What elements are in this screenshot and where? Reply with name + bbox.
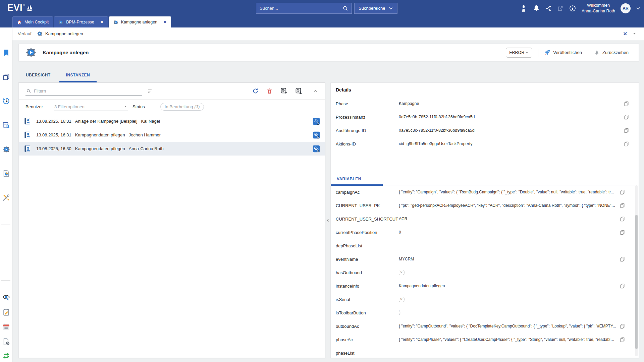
variable-row: eventName MYCRM <box>331 252 639 266</box>
delete-icon[interactable] <box>266 88 273 94</box>
external-link-icon[interactable] <box>557 5 564 12</box>
share-icon[interactable] <box>545 5 552 12</box>
assign-task-icon[interactable] <box>312 117 320 125</box>
instance-user: Kai Nagel <box>141 119 160 124</box>
top-bar: EVI ® Suchbereiche Willkommen Anna-Carin… <box>0 0 644 16</box>
copy-icon[interactable] <box>620 203 625 208</box>
bell-icon[interactable] <box>533 5 540 12</box>
instance-actions <box>252 87 318 95</box>
publish-button[interactable]: Veröffentlichen <box>544 49 582 56</box>
instance-row-selected[interactable]: 13.08.2025, 16:30 Kampagnendaten pflegen… <box>19 142 325 156</box>
report-pie-icon[interactable] <box>2 170 10 177</box>
status-value: ERROR <box>509 50 524 55</box>
variable-row: hasOutbound ✕ <box>331 266 639 279</box>
home-icon <box>17 20 22 25</box>
tab-close-icon[interactable]: ✕ <box>163 20 167 24</box>
copy-icon[interactable] <box>624 101 629 107</box>
calendar-icon[interactable] <box>2 323 10 331</box>
refresh-icon[interactable] <box>252 88 259 94</box>
info-icon[interactable] <box>569 5 576 12</box>
process-gear-play-icon[interactable] <box>2 145 10 153</box>
copy-icon[interactable] <box>620 283 625 289</box>
select-caret-icon <box>123 105 127 109</box>
copy-icon[interactable] <box>624 128 629 133</box>
search-icon[interactable] <box>342 5 348 11</box>
lighthouse-icon[interactable] <box>520 5 527 12</box>
clipboard-edit-icon[interactable] <box>2 308 10 316</box>
clear-history-icon[interactable]: ✕ <box>623 31 627 36</box>
process-header: Kampagne anlegen ERROR Veröffentlichen Z… <box>18 44 639 61</box>
variables-tab-strip: VARIABLEN <box>331 173 639 185</box>
watch-eye-star-icon[interactable] <box>2 294 10 301</box>
sync-icon[interactable] <box>2 352 10 360</box>
copy-icon[interactable] <box>620 256 625 262</box>
collapse-details-handle[interactable] <box>325 82 330 358</box>
user-menu-chevron-icon[interactable] <box>636 6 641 11</box>
history-icon[interactable] <box>2 97 10 105</box>
copy-icon[interactable] <box>620 189 625 195</box>
copy-icon[interactable] <box>624 141 629 147</box>
toggle-off[interactable]: ✕ <box>399 270 399 275</box>
filter-options-select[interactable]: 3 Filteroptionen <box>54 103 128 111</box>
instance-row[interactable]: 13.08.2025, 16:31 Kampagnendaten pflegen… <box>19 128 325 142</box>
documents-icon[interactable] <box>2 73 10 81</box>
tools-icon[interactable] <box>2 194 10 201</box>
copy-icon[interactable] <box>620 337 625 343</box>
variable-row: isSerial ✕ <box>331 293 639 306</box>
instance-row[interactable]: 13.08.2025, 16:31 Anlage der Kampagne [B… <box>19 114 325 128</box>
variable-row: instanceInfo Kampagnendaten pflegen <box>331 279 639 293</box>
detail-label: Phase <box>331 101 399 106</box>
instance-user: Anna-Carina Roth <box>129 146 164 151</box>
process-gear-play-icon <box>25 47 37 58</box>
search-scope-button[interactable]: Suchbereiche <box>354 3 397 14</box>
copy-icon[interactable] <box>620 323 625 329</box>
search-input[interactable] <box>260 6 342 11</box>
history-dropdown-caret-icon[interactable] <box>632 32 637 36</box>
withdraw-button[interactable]: Zurückziehen <box>594 50 629 55</box>
tab-instanzen[interactable]: INSTANZEN <box>65 73 91 82</box>
breadcrumb-item[interactable]: Kampagne anlegen <box>45 31 83 36</box>
list-search-icon[interactable] <box>2 121 10 129</box>
instance-gear-add-icon[interactable] <box>280 87 287 95</box>
scrollbar-thumb[interactable] <box>635 215 638 349</box>
copy-icon[interactable] <box>620 216 625 222</box>
tab-close-icon[interactable]: ✕ <box>100 20 104 24</box>
select-caret-icon <box>525 51 529 55</box>
assign-task-icon[interactable] <box>312 131 320 139</box>
tab-label: Kampagne anlegen <box>121 20 157 24</box>
status-select[interactable]: ERROR <box>506 48 532 58</box>
filter-input[interactable] <box>34 88 142 94</box>
tab-uebersicht[interactable]: ÜBERSICHT <box>25 73 51 82</box>
variable-value-toggle: ✓ <box>399 310 616 315</box>
tab-kampagne-anlegen[interactable]: Kampagne anlegen ✕ <box>109 16 171 27</box>
collapse-toolbar-icon[interactable] <box>313 88 318 94</box>
bookmark-icon[interactable] <box>2 49 10 57</box>
header-divider <box>538 49 538 57</box>
toggle-off[interactable]: ✕ <box>399 297 399 302</box>
tab-bpm-prozesse[interactable]: BPM-Prozesse ✕ <box>54 16 108 27</box>
sort-icon[interactable] <box>147 88 153 94</box>
tab-label: BPM-Prozesse <box>66 20 94 24</box>
instance-user-add-icon[interactable] <box>295 87 302 95</box>
variable-name: hasOutbound <box>331 270 399 275</box>
variable-name: currentPhasePosition <box>331 230 399 235</box>
status-chip[interactable]: In Bearbeitung (3) <box>160 103 204 111</box>
logo-registered-mark: ® <box>23 3 25 7</box>
avatar[interactable]: AR <box>621 3 631 13</box>
page-area: Kampagne anlegen ERROR Veröffentlichen Z… <box>12 40 644 362</box>
document-settings-icon[interactable] <box>2 338 10 346</box>
publish-label: Veröffentlichen <box>553 50 582 55</box>
tab-mein-cockpit[interactable]: Mein Cockpit <box>12 16 53 27</box>
assign-task-icon[interactable] <box>312 145 320 153</box>
withdraw-label: Zurückziehen <box>602 50 629 55</box>
variable-name: CURRENT_USER_SHORTCUT <box>331 217 399 222</box>
task-person-icon <box>23 131 31 139</box>
tab-variablen[interactable]: VARIABLEN <box>337 177 361 181</box>
toggle-on[interactable]: ✓ <box>399 310 399 315</box>
variable-row: CURRENT_USER_PK { "pk": "ged-personpkACR… <box>331 199 639 212</box>
task-person-icon <box>23 145 31 153</box>
copy-icon[interactable] <box>624 114 629 120</box>
variable-name: outboundAc <box>331 324 399 329</box>
copy-icon[interactable] <box>620 230 625 235</box>
variable-value-toggle: ✕ <box>399 297 616 302</box>
